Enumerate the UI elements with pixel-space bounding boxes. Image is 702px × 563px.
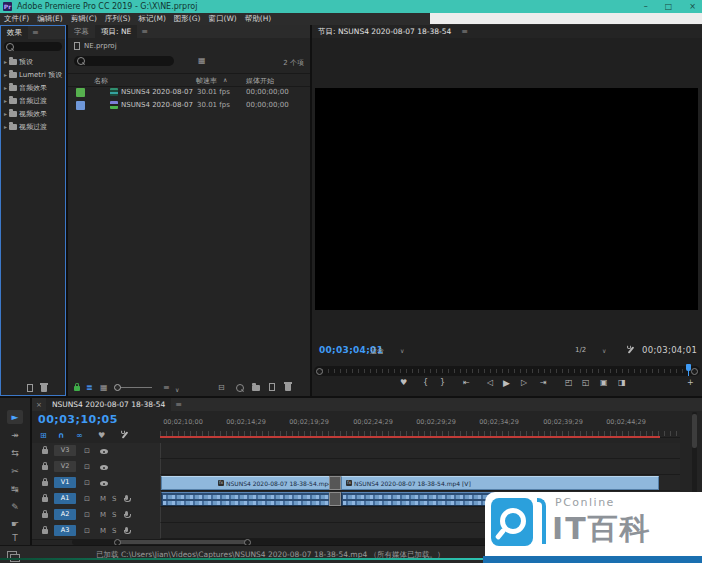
label-color-chip[interactable] xyxy=(76,101,85,110)
step-back-icon[interactable]: ◁ xyxy=(487,378,493,387)
timeline-ruler[interactable]: 00;02;10;00 00;02;14;29 00;02;19;29 00;0… xyxy=(160,411,680,438)
project-item-sequence[interactable]: NSUNS4 2020-08-07 18-38-54 30.01 fps 00;… xyxy=(68,86,310,99)
track-lock-icon[interactable] xyxy=(42,465,48,470)
panel-menu-icon[interactable]: ≡ xyxy=(28,28,43,37)
chevron-down-icon[interactable]: ∨ xyxy=(602,347,606,354)
sort-ascending-icon[interactable]: ∧ xyxy=(223,76,227,83)
pen-tool-icon[interactable]: ✎ xyxy=(7,500,23,514)
new-custom-bin-icon[interactable] xyxy=(27,384,33,392)
zoom-slider[interactable] xyxy=(116,387,152,388)
scroll-handle-right[interactable] xyxy=(691,368,698,375)
track-v1-lane[interactable]: fx NSUNS4 2020-08-07 18-38-54.mp4 [V] fx… xyxy=(160,475,680,491)
column-frame-rate[interactable]: 帧速率 xyxy=(196,76,217,86)
tab-project[interactable]: 项目: NE xyxy=(95,25,137,38)
mark-out-icon[interactable]: } xyxy=(440,378,445,387)
zoom-slider-knob[interactable] xyxy=(114,384,121,391)
add-marker-icon[interactable]: ♥ xyxy=(400,378,407,387)
track-target-v1[interactable]: V1 xyxy=(54,477,76,488)
video-clip[interactable]: fx NSUNS4 2020-08-07 18-38-54.mp4 [V] xyxy=(341,476,659,490)
settings-wrench-icon[interactable] xyxy=(626,345,635,355)
menu-window[interactable]: 窗口(W) xyxy=(204,14,240,24)
track-target-a3[interactable]: A3 xyxy=(54,525,76,536)
track-lock-icon[interactable] xyxy=(42,481,48,486)
menu-file[interactable]: 文件(F) xyxy=(0,14,33,24)
selection-tool-icon[interactable]: ► xyxy=(7,410,23,424)
menu-help[interactable]: 帮助(H) xyxy=(241,14,276,24)
tab-captions[interactable]: 字幕 xyxy=(68,25,95,38)
audio-clip[interactable] xyxy=(161,492,331,506)
button-editor-plus-icon[interactable]: + xyxy=(687,378,694,387)
menu-sequence[interactable]: 序列(S) xyxy=(101,14,135,24)
track-target-v3[interactable]: V3 xyxy=(54,445,76,456)
breadcrumb[interactable]: NE.prproj xyxy=(84,42,117,50)
delete-icon[interactable] xyxy=(41,385,47,392)
lift-icon[interactable]: ◰ xyxy=(565,378,573,387)
track-output-eye-icon[interactable] xyxy=(100,481,108,486)
chevron-right-icon[interactable]: ▸ xyxy=(4,110,7,117)
voiceover-mic-icon[interactable] xyxy=(125,527,128,532)
timeline-timecode[interactable]: 00;03;10;05 xyxy=(38,413,118,426)
track-output-eye-icon[interactable] xyxy=(100,449,108,454)
linked-selection-icon[interactable]: ∞ xyxy=(76,431,83,440)
menu-markers[interactable]: 标记(M) xyxy=(134,14,169,24)
extract-icon[interactable]: ◱ xyxy=(582,378,590,387)
slip-tool-icon[interactable]: ↹ xyxy=(7,482,23,496)
program-playhead[interactable] xyxy=(686,364,691,371)
go-to-out-icon[interactable]: ⇥ xyxy=(540,378,547,387)
project-writable-lock-icon[interactable] xyxy=(74,386,80,391)
effects-folder-audio-effects[interactable]: ▸音频效果 xyxy=(1,81,65,94)
fit-select[interactable]: 适合 xyxy=(370,346,384,356)
automate-to-sequence-icon[interactable]: ⊟ xyxy=(218,383,225,392)
panel-menu-icon[interactable]: ≡ xyxy=(137,27,152,36)
effects-folder-lumetri[interactable]: ▸Lumetri 预设 xyxy=(1,68,65,81)
effects-folder-video-effects[interactable]: ▸视频效果 xyxy=(1,107,65,120)
scrollbar-handle[interactable] xyxy=(118,540,248,544)
track-v2-lane[interactable] xyxy=(160,459,680,475)
program-scrubber-bar[interactable] xyxy=(314,366,700,376)
tab-program-monitor[interactable]: 节目: NSUNS4 2020-08-07 18-38-54 xyxy=(312,25,457,38)
sync-lock-icon[interactable]: ⊡ xyxy=(84,463,90,471)
mute-button[interactable]: M xyxy=(100,511,106,519)
tab-effects[interactable]: 效果 xyxy=(1,26,28,39)
minimize-button[interactable]: – xyxy=(644,0,648,13)
razor-tool-icon[interactable]: ✂ xyxy=(7,464,23,478)
nest-icon[interactable]: ⊞ xyxy=(40,431,47,440)
clear-icon[interactable] xyxy=(285,384,291,391)
track-v3-lane[interactable] xyxy=(160,443,680,459)
sync-lock-icon[interactable]: ⊡ xyxy=(84,447,90,455)
voiceover-mic-icon[interactable] xyxy=(125,511,128,516)
scrollbar-handle[interactable] xyxy=(692,414,697,448)
edit-point-marker[interactable] xyxy=(329,492,341,506)
track-lock-icon[interactable] xyxy=(42,529,48,534)
solo-button[interactable]: S xyxy=(112,511,116,519)
add-marker-icon[interactable]: ♥ xyxy=(98,431,105,440)
sync-lock-icon[interactable]: ⊡ xyxy=(84,495,90,503)
maximize-button[interactable]: □ xyxy=(665,0,673,13)
chevron-right-icon[interactable]: ▸ xyxy=(4,123,7,130)
edit-point-marker[interactable] xyxy=(329,476,341,490)
column-name[interactable]: 名称 xyxy=(94,76,108,86)
export-frame-icon[interactable]: ▣ xyxy=(600,378,608,387)
new-bin-icon[interactable] xyxy=(252,385,260,391)
close-button[interactable]: × xyxy=(689,0,696,13)
mute-button[interactable]: M xyxy=(100,495,106,503)
video-clip[interactable]: fx NSUNS4 2020-08-07 18-38-54.mp4 [V] xyxy=(161,476,331,490)
sort-caret-icon[interactable]: ∨ xyxy=(175,385,179,394)
menu-graphics[interactable]: 图形(G) xyxy=(170,14,205,24)
menu-edit[interactable]: 编辑(E) xyxy=(33,14,67,24)
comparison-view-icon[interactable]: ◨ xyxy=(618,378,626,387)
new-item-icon[interactable] xyxy=(269,383,275,391)
chevron-right-icon[interactable]: ▸ xyxy=(4,58,7,65)
menu-clip[interactable]: 剪辑(C) xyxy=(67,14,101,24)
chevron-right-icon[interactable]: ▸ xyxy=(4,97,7,104)
snap-magnet-icon[interactable]: ∩ xyxy=(58,431,65,440)
column-media-start[interactable]: 媒体开始 xyxy=(246,76,274,86)
hand-tool-icon[interactable]: ☛ xyxy=(7,517,23,531)
mute-button[interactable]: M xyxy=(100,527,106,535)
panel-menu-icon[interactable]: ≡ xyxy=(171,400,186,409)
effects-folder-presets[interactable]: ▸预设 xyxy=(1,55,65,68)
go-to-in-icon[interactable]: ⇤ xyxy=(463,378,470,387)
voiceover-mic-icon[interactable] xyxy=(125,495,128,500)
chevron-right-icon[interactable]: ▸ xyxy=(4,71,7,78)
step-forward-icon[interactable]: ▷ xyxy=(521,378,527,387)
